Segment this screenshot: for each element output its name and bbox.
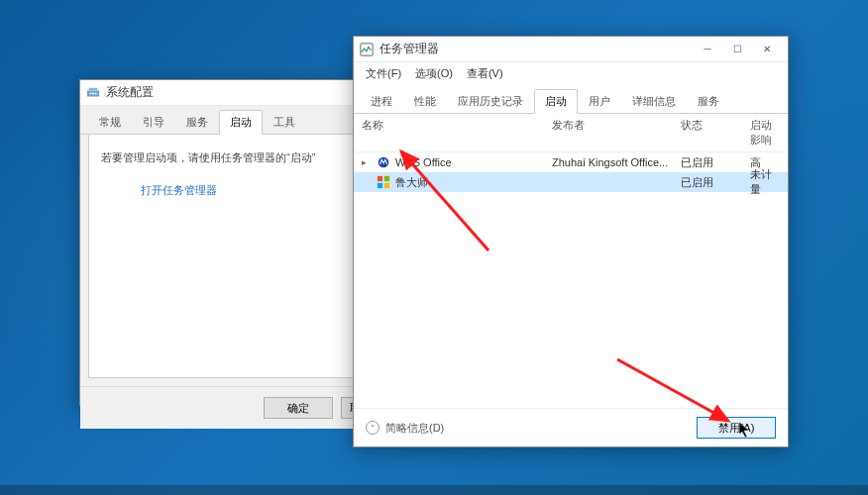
- row-name: 鲁大师: [395, 175, 428, 190]
- cursor-icon: [738, 421, 752, 439]
- svg-point-4: [95, 92, 97, 94]
- row-status: 已启用: [681, 175, 750, 190]
- svg-rect-10: [384, 183, 389, 188]
- msconfig-tab-tools[interactable]: 工具: [263, 110, 306, 135]
- col-status[interactable]: 状态: [681, 118, 750, 148]
- startup-row-ludashi[interactable]: 鲁大师 已启用 未计量: [354, 172, 788, 192]
- msconfig-instruction: 若要管理启动项，请使用任务管理器的“启动”: [101, 150, 360, 165]
- taskmgr-window-controls: ─ ☐ ✕: [693, 39, 782, 60]
- minimize-button[interactable]: ─: [693, 39, 722, 60]
- tab-processes[interactable]: 进程: [360, 89, 403, 114]
- msconfig-tab-general[interactable]: 常规: [88, 110, 132, 135]
- menu-file[interactable]: 文件(F): [360, 64, 407, 83]
- col-impact[interactable]: 启动影响: [750, 118, 788, 148]
- taskmgr-icon: [360, 43, 374, 56]
- taskmgr-window: 任务管理器 ─ ☐ ✕ 文件(F) 选项(O) 查看(V) 进程 性能 应用历史…: [353, 36, 789, 447]
- col-name[interactable]: 名称: [354, 118, 552, 148]
- taskbar[interactable]: [0, 485, 868, 495]
- row-status: 已启用: [681, 155, 750, 170]
- taskmgr-menubar: 文件(F) 选项(O) 查看(V): [354, 62, 788, 85]
- row-name: WPS Office: [395, 156, 452, 168]
- msconfig-tab-services[interactable]: 服务: [175, 110, 219, 135]
- tab-performance[interactable]: 性能: [403, 89, 447, 114]
- expand-caret-icon[interactable]: ▸: [362, 157, 372, 167]
- msconfig-body: 若要管理启动项，请使用任务管理器的“启动” 打开任务管理器: [88, 134, 373, 378]
- startup-list: ▸ WPS Office Zhuhai Kingsoft Office... 已…: [354, 152, 788, 416]
- tab-services[interactable]: 服务: [687, 89, 730, 114]
- startup-row-wps[interactable]: ▸ WPS Office Zhuhai Kingsoft Office... 已…: [354, 152, 788, 172]
- menu-options[interactable]: 选项(O): [409, 64, 459, 83]
- msconfig-window: 系统配置 常规 引导 服务 启动 工具 若要管理启动项，请使用任务管理器的“启动…: [79, 79, 381, 406]
- maximize-button[interactable]: ☐: [722, 39, 752, 60]
- svg-rect-7: [378, 176, 382, 181]
- svg-rect-9: [378, 183, 382, 188]
- tab-users[interactable]: 用户: [578, 89, 621, 114]
- open-task-manager-link[interactable]: 打开任务管理器: [141, 183, 217, 198]
- svg-point-3: [92, 92, 94, 94]
- msconfig-titlebar[interactable]: 系统配置: [80, 80, 380, 106]
- menu-view[interactable]: 查看(V): [461, 64, 509, 83]
- disable-button[interactable]: 禁用(A): [697, 417, 776, 439]
- tab-details[interactable]: 详细信息: [621, 89, 687, 114]
- msconfig-buttons: 确定 取: [80, 386, 380, 429]
- msconfig-tab-startup[interactable]: 启动: [219, 110, 263, 135]
- taskmgr-title: 任务管理器: [380, 41, 693, 57]
- msconfig-tabs: 常规 引导 服务 启动 工具: [80, 106, 380, 135]
- msconfig-title: 系统配置: [106, 84, 375, 101]
- startup-column-headers[interactable]: 名称 发布者 状态 启动影响: [354, 114, 788, 152]
- msconfig-icon: [86, 86, 100, 100]
- msconfig-tab-boot[interactable]: 引导: [132, 110, 175, 135]
- tab-app-history[interactable]: 应用历史记录: [447, 89, 534, 114]
- wps-icon: [377, 155, 390, 169]
- svg-point-2: [89, 92, 91, 94]
- ludashi-icon: [377, 175, 390, 189]
- row-impact: 未计量: [750, 167, 788, 197]
- chevron-up-icon: ˄: [366, 421, 380, 435]
- fewer-details-label: 简略信息(D): [385, 421, 444, 436]
- close-button[interactable]: ✕: [752, 39, 782, 60]
- svg-rect-8: [384, 176, 389, 181]
- tab-startup[interactable]: 启动: [534, 89, 578, 114]
- row-publisher: Zhuhai Kingsoft Office...: [552, 156, 681, 168]
- msconfig-ok-button[interactable]: 确定: [264, 397, 333, 419]
- fewer-details-button[interactable]: ˄ 简略信息(D): [366, 421, 444, 436]
- taskmgr-tabs: 进程 性能 应用历史记录 启动 用户 详细信息 服务: [354, 85, 788, 114]
- taskmgr-footer: ˄ 简略信息(D) 禁用(A): [354, 408, 788, 446]
- col-publisher[interactable]: 发布者: [552, 118, 681, 148]
- taskmgr-titlebar[interactable]: 任务管理器 ─ ☐ ✕: [354, 37, 788, 62]
- svg-rect-1: [89, 87, 98, 90]
